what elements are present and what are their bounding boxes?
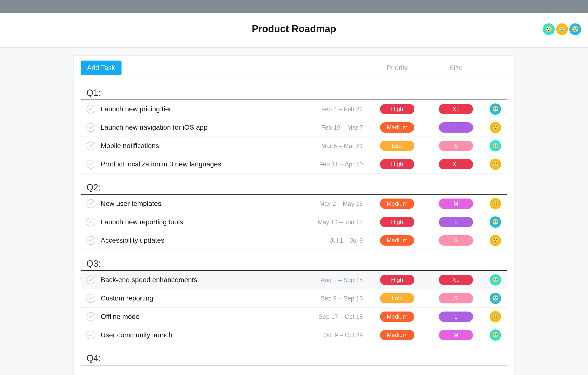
tag-pill[interactable]: XL bbox=[439, 159, 473, 169]
avatar[interactable]: 🙂 bbox=[543, 23, 555, 35]
complete-toggle[interactable] bbox=[86, 294, 95, 303]
task-row[interactable]: ⋮⋮Custom reportingSep 9 – Sep 13LowS🙂 bbox=[81, 289, 507, 308]
task-date-range[interactable]: May 2 – May 16 bbox=[306, 200, 368, 207]
complete-toggle[interactable] bbox=[86, 312, 95, 321]
task-row[interactable]: ⋮⋮New user templatesMay 2 – May 16Medium… bbox=[81, 195, 507, 213]
card-toolbar: Add Task Priority Size bbox=[74, 56, 514, 79]
tag-pill[interactable]: L bbox=[439, 217, 473, 227]
task-name[interactable]: Accessibility updates bbox=[101, 237, 306, 244]
tag-pill[interactable]: Medium bbox=[380, 312, 414, 322]
priority-cell: Medium bbox=[368, 122, 427, 133]
task-name[interactable]: New user templates bbox=[101, 200, 306, 208]
size-cell: L bbox=[427, 312, 485, 322]
task-date-range[interactable]: Sep 17 – Oct 18 bbox=[306, 313, 368, 320]
task-row[interactable]: ⋮⋮Product localization in 3 new language… bbox=[81, 155, 507, 174]
section-heading[interactable]: Q4: bbox=[81, 344, 507, 365]
avatar[interactable]: 🙂 bbox=[490, 274, 501, 286]
tag-pill[interactable]: Low bbox=[380, 141, 414, 151]
tag-pill[interactable]: High bbox=[380, 104, 414, 114]
assignee-cell: 🙂 bbox=[485, 216, 507, 228]
avatar[interactable]: 🙂 bbox=[490, 311, 501, 322]
tag-pill[interactable]: High bbox=[380, 217, 414, 227]
task-name[interactable]: Offline mode bbox=[101, 313, 306, 321]
tag-pill[interactable]: Medium bbox=[380, 199, 414, 209]
complete-toggle[interactable] bbox=[86, 236, 95, 245]
tag-pill[interactable]: L bbox=[439, 312, 473, 322]
task-date-range[interactable]: Feb 4 – Feb 22 bbox=[306, 106, 368, 113]
task-row[interactable]: ⋮⋮Launch new navigation for iOS appFeb 1… bbox=[81, 118, 507, 137]
tag-pill[interactable]: High bbox=[380, 159, 414, 169]
tag-pill[interactable]: M bbox=[439, 330, 473, 340]
tag-pill[interactable]: L bbox=[439, 122, 473, 133]
task-name[interactable]: Launch new reporting tools bbox=[101, 218, 306, 226]
priority-cell: Medium bbox=[368, 199, 427, 209]
task-row[interactable]: ⋮⋮Offline modeSep 17 – Oct 18MediumL🙂 bbox=[81, 308, 507, 326]
tag-pill[interactable]: M bbox=[439, 199, 473, 209]
complete-toggle[interactable] bbox=[86, 105, 95, 113]
complete-toggle[interactable] bbox=[86, 123, 95, 132]
tag-pill[interactable]: S bbox=[439, 141, 473, 151]
task-date-range[interactable]: Aug 1 – Sep 18 bbox=[306, 276, 368, 284]
size-cell: XL bbox=[427, 104, 485, 114]
task-name[interactable]: Custom reporting bbox=[101, 294, 306, 302]
task-name[interactable]: Back-end speed enhancements bbox=[101, 276, 306, 284]
tag-pill[interactable]: High bbox=[380, 275, 414, 285]
complete-toggle[interactable] bbox=[86, 218, 95, 226]
tag-pill[interactable]: Medium bbox=[380, 330, 414, 340]
task-name[interactable]: Product localization in 3 new languages bbox=[101, 160, 306, 168]
assignee-cell: 🙂 bbox=[485, 235, 507, 246]
avatar[interactable]: 🙂 bbox=[490, 329, 501, 341]
tag-pill[interactable]: Medium bbox=[380, 235, 414, 246]
task-name[interactable]: Mobile notifications bbox=[101, 142, 306, 150]
section: Q4: bbox=[81, 344, 507, 365]
task-date-range[interactable]: Oct 9 – Oct 29 bbox=[306, 332, 368, 339]
add-task-button[interactable]: Add Task bbox=[81, 61, 122, 75]
tag-pill[interactable]: XL bbox=[439, 104, 473, 114]
drag-handle-icon[interactable]: ⋮⋮ bbox=[73, 277, 84, 283]
complete-toggle[interactable] bbox=[86, 199, 95, 208]
complete-toggle[interactable] bbox=[86, 141, 95, 150]
avatar[interactable]: 🙂 bbox=[490, 103, 501, 115]
section: Q3:⋮⋮Back-end speed enhancementsAug 1 – … bbox=[81, 250, 507, 344]
section-heading[interactable]: Q2: bbox=[81, 174, 507, 195]
avatar[interactable]: 🙂 bbox=[490, 159, 501, 170]
column-header-priority: Priority bbox=[368, 64, 427, 72]
section-heading[interactable]: Q1: bbox=[81, 81, 507, 100]
avatar[interactable]: 🙂 bbox=[490, 122, 501, 133]
complete-toggle[interactable] bbox=[86, 331, 95, 339]
task-row[interactable]: ⋮⋮Accessibility updatesJul 1 – Jul 9Medi… bbox=[81, 231, 507, 250]
task-row[interactable]: ⋮⋮Back-end speed enhancementsAug 1 – Sep… bbox=[81, 271, 507, 289]
tag-pill[interactable]: S bbox=[439, 235, 473, 246]
tag-pill[interactable]: XL bbox=[439, 275, 473, 285]
task-date-range[interactable]: Jul 1 – Jul 9 bbox=[306, 237, 368, 244]
priority-cell: Low bbox=[368, 293, 427, 303]
avatar[interactable]: 🙂 bbox=[490, 140, 501, 151]
task-row[interactable]: ⋮⋮Mobile notificationsMar 5 – Mar 21LowS… bbox=[81, 137, 507, 155]
task-row[interactable]: ⋮⋮User community launchOct 9 – Oct 29Med… bbox=[81, 326, 507, 344]
complete-toggle[interactable] bbox=[86, 160, 95, 169]
task-name[interactable]: User community launch bbox=[101, 331, 306, 339]
tag-pill[interactable]: Low bbox=[380, 293, 414, 303]
avatar[interactable]: 🙂 bbox=[490, 216, 501, 228]
task-name[interactable]: Launch new navigation for iOS app bbox=[101, 124, 306, 131]
avatar[interactable]: 🙂 bbox=[490, 293, 501, 304]
assignee-cell: 🙂 bbox=[485, 122, 507, 133]
task-date-range[interactable]: Mar 5 – Mar 21 bbox=[306, 142, 368, 150]
avatar[interactable]: 🙂 bbox=[569, 23, 581, 35]
task-name[interactable]: Launch new pricing tier bbox=[101, 105, 306, 113]
tag-pill[interactable]: Medium bbox=[380, 122, 414, 133]
task-date-range[interactable]: May 13 – Jun 17 bbox=[306, 219, 368, 226]
collaborator-avatars: 🙂🙂🙂 bbox=[543, 23, 581, 35]
task-row[interactable]: ⋮⋮Launch new pricing tierFeb 4 – Feb 22H… bbox=[81, 100, 507, 118]
complete-toggle[interactable] bbox=[86, 275, 95, 284]
tag-pill[interactable]: S bbox=[439, 293, 473, 303]
assignee-cell: 🙂 bbox=[485, 293, 507, 304]
avatar[interactable]: 🙂 bbox=[490, 198, 501, 209]
task-date-range[interactable]: Feb 19 – Mar 7 bbox=[306, 124, 368, 131]
task-date-range[interactable]: Sep 9 – Sep 13 bbox=[306, 295, 368, 302]
avatar[interactable]: 🙂 bbox=[490, 235, 501, 246]
task-date-range[interactable]: Feb 11 – Apr 10 bbox=[306, 161, 368, 168]
avatar[interactable]: 🙂 bbox=[556, 23, 568, 35]
task-row[interactable]: ⋮⋮Launch new reporting toolsMay 13 – Jun… bbox=[81, 213, 507, 231]
section-heading[interactable]: Q3: bbox=[81, 250, 507, 271]
